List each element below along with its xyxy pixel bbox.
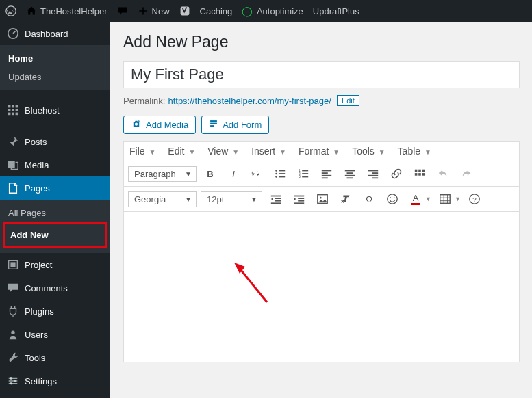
svg-rect-53 (271, 196, 281, 197)
updraft-link[interactable]: UpdraftPlus (313, 6, 359, 16)
editor-body[interactable] (123, 212, 520, 362)
svg-point-15 (11, 331, 14, 334)
admin-topbar: TheHostelHelper New Caching ◯ Autoptimiz… (0, 0, 532, 22)
sidebar-item-dashboard[interactable]: Dashboard (0, 22, 110, 45)
edit-slug-button[interactable]: Edit (337, 95, 359, 106)
sidebar-item-comments[interactable]: Comments (0, 276, 110, 300)
sidebar-item-settings[interactable]: Settings (0, 369, 110, 393)
yoast-icon (179, 5, 190, 16)
ul-button[interactable] (270, 164, 290, 183)
svg-rect-22 (210, 125, 214, 127)
sidebar-item-bluehost[interactable]: Bluehost (0, 98, 110, 122)
emoji-button[interactable] (383, 189, 402, 209)
indent-button[interactable] (290, 189, 309, 209)
align-left-button[interactable] (317, 164, 336, 183)
sidebar-item-label: Comments (25, 283, 68, 293)
sidebar-item-media[interactable]: Media (0, 153, 110, 176)
sidebar-item-project[interactable]: Project (0, 253, 110, 276)
submenu-item-all-pages[interactable]: All Pages (0, 204, 110, 222)
clear-format-button[interactable] (336, 189, 355, 209)
help-button[interactable]: ? (465, 189, 484, 209)
sidebar-item-posts[interactable]: Posts (0, 130, 110, 153)
redo-button[interactable] (457, 164, 476, 183)
svg-rect-24 (279, 170, 285, 172)
svg-rect-60 (294, 202, 304, 204)
menu-edit[interactable]: Edit ▼ (168, 146, 195, 157)
sidebar-item-tools[interactable]: Tools (0, 346, 110, 369)
yoast-link[interactable] (179, 5, 190, 16)
menu-table[interactable]: Table ▼ (398, 146, 431, 157)
wordpress-icon (5, 5, 16, 16)
add-media-label: Add Media (146, 120, 188, 130)
comments-link[interactable] (117, 5, 128, 16)
permalink-label: Permalink: (123, 96, 165, 106)
svg-rect-46 (372, 177, 378, 178)
caching-link[interactable]: Caching (200, 6, 233, 16)
sidebar-item-label: Project (25, 260, 52, 270)
align-center-button[interactable] (340, 164, 359, 183)
svg-point-25 (275, 173, 277, 175)
undo-button[interactable] (433, 164, 453, 183)
sidebar-item-pages[interactable]: Pages (0, 176, 110, 200)
menu-file[interactable]: File ▼ (129, 146, 155, 157)
home-icon (26, 5, 37, 16)
users-icon (7, 328, 19, 341)
link-button[interactable] (387, 164, 406, 183)
special-char-button[interactable]: Ω (359, 189, 379, 209)
editor-menubar: File ▼ Edit ▼ View ▼ Insert ▼ Format ▼ T… (123, 141, 520, 161)
sidebar-item-users[interactable]: Users (0, 323, 110, 346)
menu-view[interactable]: View ▼ (207, 146, 239, 157)
ol-button[interactable]: 123 (294, 164, 313, 183)
new-link[interactable]: New (138, 5, 170, 16)
format-select[interactable]: Paragraph▼ (128, 166, 197, 182)
svg-rect-54 (275, 198, 281, 199)
menu-format[interactable]: Format ▼ (299, 146, 340, 157)
text-color-button[interactable]: A▼ (406, 189, 431, 209)
italic-button[interactable]: I (224, 164, 243, 183)
svg-rect-42 (347, 177, 353, 178)
svg-rect-52 (422, 173, 425, 176)
fontsize-select[interactable]: 12pt▼ (201, 191, 262, 207)
sidebar-item-label: Settings (25, 376, 57, 386)
sidebar-item-plugins[interactable]: Plugins (0, 300, 110, 323)
svg-rect-40 (347, 172, 353, 174)
media-icon (7, 159, 19, 171)
circle-icon: ◯ (242, 5, 253, 16)
wp-logo[interactable] (5, 5, 16, 16)
image-button[interactable] (313, 189, 332, 209)
sidebar-item-label: Posts (25, 137, 47, 147)
svg-rect-26 (279, 173, 285, 174)
permalink-link[interactable]: https://thehostelhelper.com/my-first-pag… (168, 96, 331, 106)
add-media-button[interactable]: Add Media (123, 116, 196, 134)
blockquote-button[interactable] (247, 164, 266, 183)
comment-icon (117, 5, 128, 16)
svg-rect-56 (271, 202, 281, 204)
menu-insert[interactable]: Insert ▼ (251, 146, 286, 157)
autoptimize-link[interactable]: ◯ Autoptimize (242, 5, 303, 16)
plugin-icon (7, 305, 19, 317)
settings-icon (7, 375, 19, 387)
svg-rect-47 (415, 170, 418, 172)
editor-toolbar-1: Paragraph▼ B I 123 (123, 161, 520, 186)
svg-rect-38 (322, 177, 328, 178)
submenu-item-home[interactable]: Home (0, 49, 110, 68)
menu-tools[interactable]: Tools ▼ (352, 146, 385, 157)
align-right-button[interactable] (364, 164, 383, 183)
svg-rect-51 (418, 173, 421, 176)
add-form-button[interactable]: Add Form (201, 116, 269, 134)
toolbar-toggle-button[interactable] (410, 164, 429, 183)
form-icon (209, 119, 218, 131)
font-select[interactable]: Georgia▼ (128, 191, 197, 207)
page-title-input[interactable] (123, 61, 520, 88)
outdent-button[interactable] (266, 189, 286, 209)
table-button[interactable]: ▼ (435, 189, 461, 209)
svg-text:3: 3 (299, 174, 301, 178)
site-name-link[interactable]: TheHostelHelper (26, 5, 107, 16)
svg-rect-14 (10, 262, 15, 267)
submenu-item-updates[interactable]: Updates (0, 68, 110, 86)
submenu-item-add-new[interactable]: Add New (3, 222, 107, 248)
bold-button[interactable]: B (201, 164, 220, 183)
svg-rect-20 (210, 120, 217, 122)
sidebar-item-label: Pages (25, 183, 50, 194)
svg-point-17 (14, 380, 16, 382)
